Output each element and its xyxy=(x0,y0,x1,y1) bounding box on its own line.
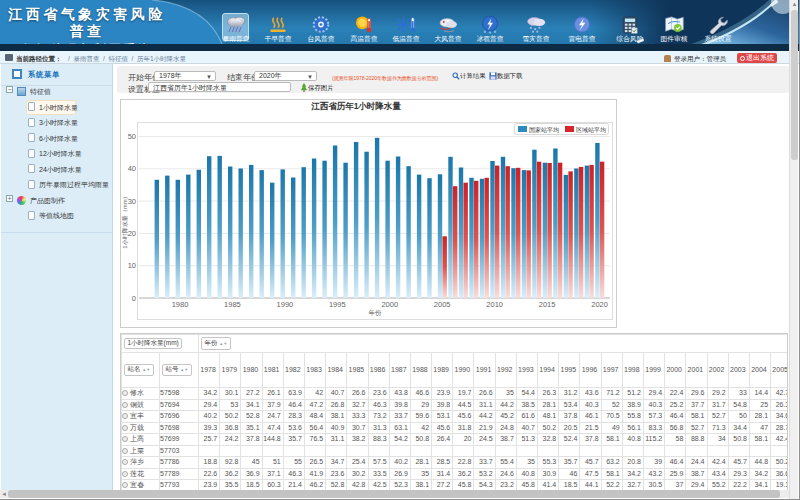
svg-text:1小时降水量（mm）: 1小时降水量（mm） xyxy=(121,193,129,248)
svg-text:江西省历年1小时降水量: 江西省历年1小时降水量 xyxy=(310,101,401,111)
svg-text:国家站平均: 国家站平均 xyxy=(529,126,559,134)
svg-text:1995: 1995 xyxy=(329,300,346,309)
svg-text:2010: 2010 xyxy=(486,300,503,309)
svg-text:2005: 2005 xyxy=(434,300,451,309)
svg-text:区域站平均: 区域站平均 xyxy=(576,126,606,134)
svg-text:1985: 1985 xyxy=(224,300,241,309)
svg-text:2015: 2015 xyxy=(539,300,556,309)
svg-text:0: 0 xyxy=(132,294,136,303)
svg-text:年份: 年份 xyxy=(369,309,383,317)
svg-text:20: 20 xyxy=(128,229,136,238)
svg-text:1980: 1980 xyxy=(172,300,189,309)
svg-text:1990: 1990 xyxy=(277,300,294,309)
svg-text:2000: 2000 xyxy=(381,300,398,309)
svg-text:40: 40 xyxy=(128,164,136,173)
svg-text:50: 50 xyxy=(128,132,136,141)
svg-text:30: 30 xyxy=(128,197,136,206)
svg-text:10: 10 xyxy=(128,261,136,270)
svg-text:2020: 2020 xyxy=(591,300,608,309)
